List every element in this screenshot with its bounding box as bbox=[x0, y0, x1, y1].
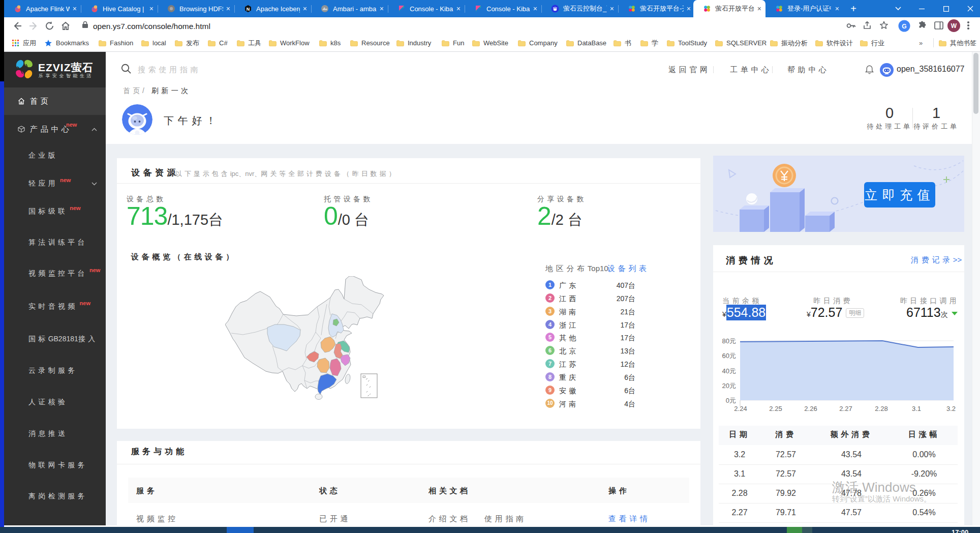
svg-text:G: G bbox=[902, 23, 906, 30]
svg-text:N: N bbox=[247, 7, 250, 12]
